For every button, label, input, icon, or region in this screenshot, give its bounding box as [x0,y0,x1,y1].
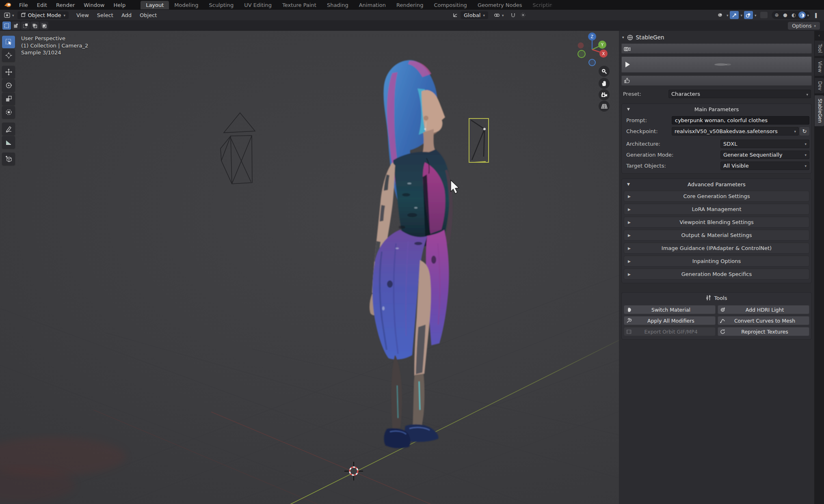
shading-solid-icon[interactable]: ● [781,11,789,19]
workspace-tab-rendering[interactable]: Rendering [391,1,428,9]
move-tool[interactable] [2,66,15,78]
select-box-tool[interactable] [2,36,15,48]
add-hdri-light-button[interactable]: Add HDRI Light [718,305,809,314]
target-objects-chevron-icon: ▾ [805,164,807,168]
workspace-tab-shading[interactable]: Shading [322,1,354,9]
workspace-tab-geometry-nodes[interactable]: Geometry Nodes [472,1,528,9]
select-mode-set-icon[interactable] [2,22,11,30]
switch-material-button[interactable]: Switch Material [624,305,716,314]
rotate-tool[interactable] [2,79,15,92]
proportional-editing-icon[interactable] [519,11,528,19]
add-cameras-button[interactable] [621,43,812,54]
annotate-tool[interactable] [2,123,15,135]
menu-edit[interactable]: Edit [32,1,52,9]
workspace-tab-sculpting[interactable]: Sculpting [203,1,239,9]
menu-file[interactable]: File [15,1,32,9]
editor-corner-handle-icon[interactable]: ‖ [812,11,821,19]
workspace-tab-animation[interactable]: Animation [354,1,391,9]
cursor-tool[interactable] [2,49,15,62]
menu-window[interactable]: Window [79,1,109,9]
export-orbit-button[interactable]: Export Orbit GIF/MP4 [624,327,716,336]
sidebar-tab-dev[interactable]: Dev [815,78,824,94]
editor-type-icon[interactable] [2,11,11,19]
show-overlays-toggle-icon[interactable] [744,11,753,19]
camera-wireframe[interactable] [221,113,255,184]
toggle-perspective-button[interactable] [599,101,610,112]
section-core-generation-settings[interactable]: ▶ Core Generation Settings [624,191,809,202]
pan-view-button[interactable] [599,78,610,89]
section-generation-mode-specifics[interactable]: ▶ Generation Mode Specifics [624,269,809,280]
snap-magnet-icon[interactable] [509,11,518,19]
pivot-point-icon[interactable] [492,11,501,19]
transform-tool[interactable] [2,106,15,118]
select-mode-extend-icon[interactable] [12,22,20,30]
convert-curves-button[interactable]: Convert Curves to Mesh [718,316,809,325]
stablegen-panel-header[interactable]: ▾ StableGen [619,32,814,42]
section-inpainting-options[interactable]: ▶ Inpainting Options [624,256,809,267]
target-objects-dropdown[interactable]: All Visible ▾ [720,162,809,170]
workspace-tab-modeling[interactable]: Modeling [169,1,203,9]
section-lora-management[interactable]: ▶ LoRA Management [624,204,809,215]
xray-toggle-icon[interactable] [760,12,768,18]
preset-dropdown[interactable]: Characters ▾ [668,90,811,98]
view-navigation-gizmo[interactable]: Z Y X [578,32,608,66]
viewport-toolbar [2,36,15,165]
main-parameters-box: ▼ Main Parameters Prompt: cyberpunk woma… [621,103,812,174]
character-model[interactable] [370,60,453,448]
workspace-tab-layout[interactable]: Layout [141,1,169,9]
select-mode-invert-icon[interactable] [30,22,39,30]
select-mode-subtract-icon[interactable] [21,22,30,30]
apply-all-modifiers-button[interactable]: Apply All Modifiers [624,316,716,325]
workspace-tab-compositing[interactable]: Compositing [428,1,472,9]
section-expand-icon: ▶ [628,272,631,276]
checkpoint-dropdown[interactable]: realvisxlV50_v50Bakedvae.safetensors ▾ [672,127,799,136]
shading-wireframe-icon[interactable]: ⊕ [773,11,780,19]
prompt-input[interactable]: cyberpunk woman, colorful clothes [672,116,809,125]
sidebar-grip-icon[interactable]: ‹ [814,31,824,39]
advanced-parameters-header[interactable]: ▼ Advanced Parameters [624,180,809,189]
refresh-icon: ↻ [802,128,807,134]
zoom-view-button[interactable] [599,66,610,77]
scale-tool[interactable] [2,93,15,105]
tools-box: Tools Switch Material Add HDRI Light [621,292,812,340]
menu-render[interactable]: Render [52,1,79,9]
viewport-menu-object[interactable]: Object [136,11,160,19]
architecture-dropdown[interactable]: SDXL ▾ [720,140,809,148]
active-camera[interactable] [469,118,489,162]
viewport-menu-view[interactable]: View [73,11,93,19]
section-expand-icon: ▶ [628,220,631,224]
workspace-tab-texture-paint[interactable]: Texture Paint [277,1,322,9]
options-dropdown[interactable]: Options ▾ [788,22,820,30]
section-viewpoint-blending[interactable]: ▶ Viewpoint Blending Settings [624,217,809,228]
orientation-dropdown[interactable]: Global ▾ [461,11,488,19]
viewport-menu-select[interactable]: Select [93,11,117,19]
section-expand-icon: ▶ [628,194,631,198]
scene-statistics-icon[interactable] [716,11,725,19]
add-cube-tool[interactable] [2,153,15,165]
mode-dropdown[interactable]: Object Mode ▾ [17,11,69,19]
main-parameters-header[interactable]: ▼ Main Parameters [624,105,809,114]
menu-help[interactable]: Help [109,1,130,9]
generation-mode-dropdown[interactable]: Generate Sequentially ▾ [720,151,809,159]
select-mode-intersect-icon[interactable] [40,22,48,30]
shading-material-icon[interactable]: ◐ [790,11,797,19]
options-label: Options [792,23,811,29]
sidebar-tab-view[interactable]: View [815,58,824,75]
sidebar-tab-tool[interactable]: Tool [815,41,824,56]
active-collection-label: (1) Collection | Camera_2 [21,42,88,50]
feedback-button[interactable] [621,75,812,86]
reproject-textures-button[interactable]: Reproject Textures [718,327,809,336]
section-output-material[interactable]: ▶ Output & Material Settings [624,230,809,241]
sidebar-tab-stablegen[interactable]: StableGen [815,95,824,126]
workspace-tab-scripting[interactable]: Scripting [528,1,552,9]
viewport-menu-add[interactable]: Add [118,11,135,19]
camera-view-button[interactable] [599,89,610,100]
show-gizmo-toggle-icon[interactable] [730,11,739,19]
section-image-guidance[interactable]: ▶ Image Guidance (IPAdapter & ControlNet… [624,243,809,254]
generate-button[interactable] [621,56,812,73]
shading-rendered-icon[interactable]: ◑ [798,11,806,19]
measure-tool[interactable] [2,136,15,149]
checkpoint-refresh-button[interactable]: ↻ [800,127,809,136]
workspace-tab-uv-editing[interactable]: UV Editing [239,1,277,9]
editor-type-chevron-icon: ▾ [12,13,14,17]
